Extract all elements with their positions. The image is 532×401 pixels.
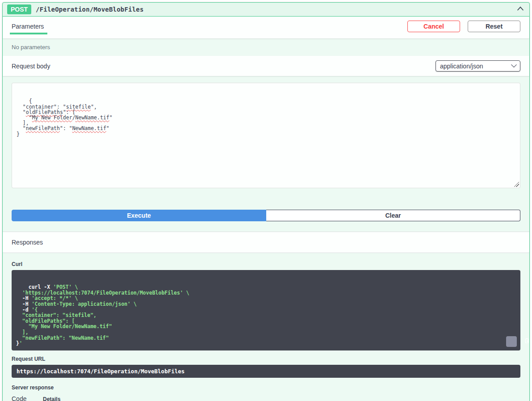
request-body-section: { "container": "sitefile", "oldFilePaths… [3,76,529,232]
request-url-label: Request URL [12,356,520,362]
clear-button[interactable]: Clear [266,210,520,221]
active-tab-underline [10,33,47,34]
endpoint-summary[interactable]: POST /FileOperation/MoveBlobFiles [3,3,529,17]
request-body-editor[interactable]: { "container": "sitefile", "oldFilePaths… [12,83,520,188]
tab-parameters-label: Parameters [12,23,44,30]
tab-parameters[interactable]: Parameters [12,23,44,30]
details-column-header: Details [43,396,520,401]
copy-to-clipboard-button[interactable] [506,336,517,347]
clipboard-icon [493,332,530,350]
chevron-down-icon [511,62,517,68]
server-response-label: Server response [12,384,520,391]
cancel-button[interactable]: Cancel [407,21,460,32]
curl-command-block: curl -X 'POST' \ 'https://localhost:7074… [12,270,520,350]
responses-header-row: Responses [3,232,529,253]
no-parameters-text: No parameters [3,38,529,56]
execute-row: Execute Clear [12,210,520,221]
responses-section: Curl curl -X 'POST' \ 'https://localhost… [3,253,529,401]
endpoint-path: /FileOperation/MoveBlobFiles [36,6,144,13]
code-column-header: Code [12,395,43,401]
collapse-button[interactable] [516,4,525,14]
reset-button[interactable]: Reset [468,21,520,32]
textarea-resize-handle[interactable] [514,182,519,187]
content-type-select[interactable]: application/json [436,60,520,72]
parameters-header-row: Parameters Cancel Reset [3,17,529,38]
request-body-header-row: Request body application/json [3,56,529,76]
method-badge: POST [7,4,31,14]
request-body-label: Request body [12,63,50,70]
chevron-up-icon [517,5,524,13]
response-table-header: Code Details [12,395,520,401]
request-url-value: https://localhost:7074/FileOperation/Mov… [12,365,520,378]
content-type-value: application/json [440,63,483,70]
responses-label: Responses [12,239,43,246]
execute-button[interactable]: Execute [12,210,266,221]
opblock-post: POST /FileOperation/MoveBlobFiles Parame… [2,2,530,401]
curl-label: Curl [12,261,520,267]
